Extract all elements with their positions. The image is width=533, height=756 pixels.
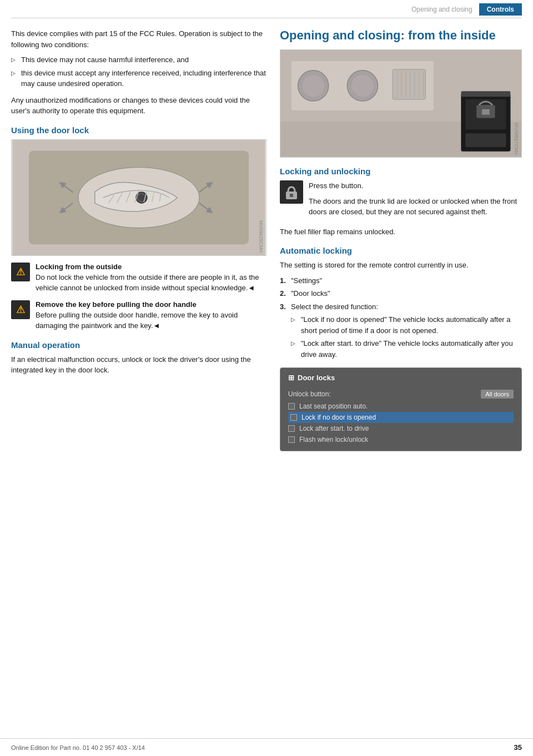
image-watermark-right: MV09567CMA (514, 123, 519, 155)
sub-bullet-list: "Lock if no door is opened" The vehicle … (291, 314, 522, 360)
checkbox-row-2: Lock after start. to drive (288, 423, 514, 434)
intro-bullet-list: This device may not cause harmful interf… (11, 54, 266, 89)
svg-rect-30 (482, 109, 490, 115)
footer-text: Online Edition for Part no. 01 40 2 957 … (11, 744, 145, 751)
door-locks-ui-panel: ⊞ Door locks Unlock button: All doors La… (280, 367, 522, 451)
car-interior-image: MV09567CMA (280, 49, 522, 158)
warning-text-1: Do not lock the vehicle from the outside… (36, 272, 266, 294)
header-section-label: Opening and closing (11, 6, 479, 13)
door-lock-image: MV09625CMA (11, 139, 266, 256)
warning-icon-2: ⚠ (11, 300, 30, 319)
automatic-locking-text: The setting is stored for the remote con… (280, 260, 522, 271)
svg-rect-32 (461, 92, 511, 97)
svg-rect-34 (290, 194, 293, 197)
press-button-row: Press the button. The doors and the trun… (280, 180, 522, 222)
checkbox-row-3: Flash when lock/unlock (288, 434, 514, 445)
list-item: "Lock if no door is opened" The vehicle … (291, 314, 522, 336)
warning-locking-outside: ⚠ Locking from the outside Do not lock t… (11, 263, 266, 294)
manual-operation-text: If an electrical malfunction occurs, unl… (11, 354, 266, 376)
intro-text-1: This device complies with part 15 of the… (11, 28, 266, 50)
header-chapter-label: Controls (479, 3, 522, 16)
checkbox-lock-after-start (288, 425, 295, 432)
checkbox-row-0: Last seat position auto. (288, 401, 514, 412)
section-manual-operation-heading: Manual operation (11, 340, 266, 350)
main-content: This device complies with part 15 of the… (0, 18, 533, 451)
locking-description: The doors and the trunk lid are locked o… (309, 196, 522, 218)
warning-title-2: Remove the key before pulling the door h… (36, 300, 266, 309)
checkbox-row-1-highlighted: Lock if no door is opened (288, 412, 514, 423)
right-column: Opening and closing: from the inside (280, 28, 522, 451)
car-interior-svg (280, 49, 521, 158)
unlock-label: Unlock button: (288, 390, 331, 398)
warning-remove-key: ⚠ Remove the key before pulling the door… (11, 300, 266, 331)
lock-svg-icon (284, 184, 299, 200)
checkbox-flash-lock (288, 436, 295, 443)
list-item: "Lock after start. to drive" The vehicle… (291, 338, 522, 360)
svg-rect-19 (393, 69, 425, 99)
svg-point-16 (302, 75, 324, 97)
door-locks-icon: ⊞ (288, 374, 294, 382)
svg-point-18 (351, 75, 373, 97)
checkbox-lock-no-door (290, 414, 297, 421)
warning-text-2: Before pulling the outside door handle, … (36, 310, 266, 331)
page-footer: Online Edition for Part no. 01 40 2 957 … (0, 738, 533, 756)
press-button-content: Press the button. The doors and the trun… (309, 180, 522, 222)
left-column: This device complies with part 15 of the… (11, 28, 266, 451)
svg-point-4 (138, 194, 145, 201)
lock-button-icon (280, 180, 303, 204)
list-item: This device may not cause harmful interf… (11, 54, 266, 65)
list-item: Select the desired function: "Lock if no… (280, 301, 522, 360)
press-text: Press the button. (309, 180, 522, 191)
page-header: Opening and closing Controls (11, 0, 522, 18)
page-number: 35 (514, 743, 522, 752)
page-title: Opening and closing: from the inside (280, 28, 522, 43)
section-automatic-locking-heading: Automatic locking (280, 246, 522, 255)
unlock-button-row: Unlock button: All doors (288, 387, 514, 401)
svg-rect-31 (465, 134, 506, 148)
fuel-flap-text: The fuel filler flap remains unlocked. (280, 226, 522, 238)
warning-content-2: Remove the key before pulling the door h… (36, 300, 266, 331)
door-locks-ui-title: ⊞ Door locks (288, 374, 514, 382)
checkbox-last-seat (288, 403, 295, 410)
list-item: "Settings" (280, 275, 522, 286)
section-using-door-lock-heading: Using the door lock (11, 125, 266, 135)
image-watermark: MV09625CMA (258, 220, 264, 253)
unlock-value: All doors (481, 390, 514, 399)
warning-content-1: Locking from the outside Do not lock the… (36, 263, 266, 294)
list-item: this device must accept any interference… (11, 68, 266, 89)
door-handle-svg (12, 140, 266, 255)
steps-list: "Settings" "Door locks" Select the desir… (280, 275, 522, 360)
list-item: "Door locks" (280, 288, 522, 299)
warning-title-1: Locking from the outside (36, 263, 266, 271)
intro-text-2: Any unauthorized modifications or change… (11, 95, 266, 117)
section-locking-unlocking-heading: Locking and unlocking (280, 167, 522, 176)
warning-icon-1: ⚠ (11, 263, 30, 281)
